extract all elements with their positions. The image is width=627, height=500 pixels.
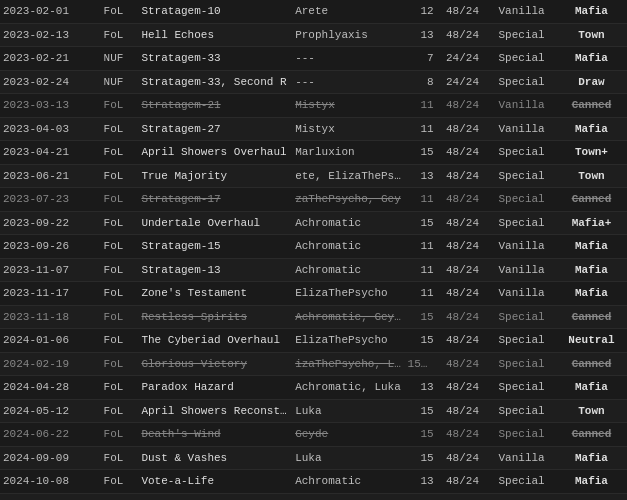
table-cell: 15 bbox=[405, 399, 438, 423]
table-cell: Death's Wind bbox=[138, 423, 292, 447]
table-cell: 2023-06-21 bbox=[0, 164, 101, 188]
table-cell: Achromatic bbox=[292, 211, 404, 235]
result-cell: Mafia bbox=[556, 47, 627, 71]
table-cell: --- bbox=[292, 70, 404, 94]
table-cell: 2023-11-07 bbox=[0, 258, 101, 282]
table-cell: Luka bbox=[292, 446, 404, 470]
result-cell: Mafia+ bbox=[556, 211, 627, 235]
table-cell: Luka bbox=[292, 493, 404, 500]
table-cell: 2024-05-12 bbox=[0, 399, 101, 423]
table-cell: ElizaThePsycho bbox=[292, 282, 404, 306]
table-cell: 48/24 bbox=[438, 141, 488, 165]
table-cell: FoL bbox=[101, 423, 139, 447]
table-cell: April Showers Reconstru bbox=[138, 399, 292, 423]
table-cell: Special bbox=[487, 23, 556, 47]
table-cell: Special bbox=[487, 376, 556, 400]
table-cell: Special bbox=[487, 164, 556, 188]
table-cell: 24/24 bbox=[438, 70, 488, 94]
table-cell: 48/24 bbox=[438, 94, 488, 118]
table-cell: 13 bbox=[405, 23, 438, 47]
games-table: 2023-02-01FoLStratagem-10Arete1248/24Van… bbox=[0, 0, 627, 500]
table-cell: Geyde bbox=[292, 423, 404, 447]
table-cell: 15 bbox=[405, 211, 438, 235]
table-cell: Mistyx bbox=[292, 117, 404, 141]
table-cell: 2024-09-09 bbox=[0, 446, 101, 470]
table-cell: 48/24 bbox=[438, 235, 488, 259]
table-cell: 2023-02-24 bbox=[0, 70, 101, 94]
table-cell: 48/24 bbox=[438, 305, 488, 329]
table-cell: Dust & Vashes bbox=[138, 446, 292, 470]
table-cell: 11 bbox=[405, 282, 438, 306]
table-cell: 15 bbox=[405, 446, 438, 470]
table-cell: 7 bbox=[405, 47, 438, 71]
table-cell: Arete bbox=[292, 0, 404, 23]
result-cell: Town bbox=[556, 399, 627, 423]
table-cell: Stratagem-33 bbox=[138, 47, 292, 71]
table-cell: 2023-09-22 bbox=[0, 211, 101, 235]
table-cell: 48/24 bbox=[438, 117, 488, 141]
table-cell: --- bbox=[292, 47, 404, 71]
table-cell: Special bbox=[487, 305, 556, 329]
table-cell: FoL bbox=[101, 493, 139, 500]
table-cell: 2024-04-28 bbox=[0, 376, 101, 400]
table-cell: 11 bbox=[405, 235, 438, 259]
table-cell: 15 bbox=[405, 141, 438, 165]
table-cell: 13 bbox=[405, 470, 438, 494]
table-cell: Stratagem-33, Second R bbox=[138, 70, 292, 94]
table-cell: 2023-07-23 bbox=[0, 188, 101, 212]
table-cell: 48/24 bbox=[438, 23, 488, 47]
result-cell: Canned bbox=[556, 94, 627, 118]
table-cell: 11 bbox=[405, 258, 438, 282]
table-cell: FoL bbox=[101, 446, 139, 470]
table-cell: NUF bbox=[101, 70, 139, 94]
table-cell: Zone's Testament bbox=[138, 282, 292, 306]
table-cell: 15 | 1 bbox=[405, 352, 438, 376]
table-cell: 48/24 bbox=[438, 188, 488, 212]
result-cell: Draw bbox=[556, 70, 627, 94]
table-cell: FoL bbox=[101, 23, 139, 47]
table-cell: 13 bbox=[405, 493, 438, 500]
table-cell: FoL bbox=[101, 94, 139, 118]
result-cell: Mafia bbox=[556, 258, 627, 282]
table-cell: April Showers Overhaul bbox=[138, 141, 292, 165]
table-cell: 2024-10-08 bbox=[0, 470, 101, 494]
table-cell: True Majority bbox=[138, 164, 292, 188]
table-cell: Marluxion bbox=[292, 141, 404, 165]
table-cell: 11 bbox=[405, 94, 438, 118]
table-cell: ElizaThePsycho bbox=[292, 329, 404, 353]
result-cell: Mafia bbox=[556, 470, 627, 494]
table-cell: 12 bbox=[405, 0, 438, 23]
table-cell: 48/24 bbox=[438, 258, 488, 282]
table-cell: 48/24 bbox=[438, 329, 488, 353]
result-cell: Town bbox=[556, 164, 627, 188]
table-cell: 48/24 bbox=[438, 282, 488, 306]
table-cell: Achromatic bbox=[292, 470, 404, 494]
result-cell: Neutral bbox=[556, 329, 627, 353]
table-cell: 48/24 bbox=[438, 423, 488, 447]
table-cell: 11 bbox=[405, 117, 438, 141]
table-cell: 2023-09-26 bbox=[0, 235, 101, 259]
table-cell: 15 bbox=[405, 423, 438, 447]
result-cell: Canned bbox=[556, 423, 627, 447]
table-cell: Achromatic, Luka bbox=[292, 376, 404, 400]
table-cell: FoL bbox=[101, 164, 139, 188]
table-cell: Restless Spirits bbox=[138, 305, 292, 329]
result-cell: Mafia bbox=[556, 493, 627, 500]
table-cell: FoL bbox=[101, 376, 139, 400]
table-cell: Special bbox=[487, 493, 556, 500]
table-cell: Stratagem-17 bbox=[138, 188, 292, 212]
result-cell: Canned bbox=[556, 305, 627, 329]
table-cell: Luka bbox=[292, 399, 404, 423]
table-cell: Achromatic, Geyde bbox=[292, 305, 404, 329]
table-cell: Stratagem-27 bbox=[138, 117, 292, 141]
table-cell: FoL bbox=[101, 235, 139, 259]
table-cell: Special bbox=[487, 399, 556, 423]
table-cell: 48/24 bbox=[438, 399, 488, 423]
table-cell: Special bbox=[487, 47, 556, 71]
result-cell: Town bbox=[556, 23, 627, 47]
table-cell: 48/24 bbox=[438, 211, 488, 235]
table-cell: 2024-12-27 bbox=[0, 493, 101, 500]
table-cell: 48/24 bbox=[438, 446, 488, 470]
main-table-container: 2023-02-01FoLStratagem-10Arete1248/24Van… bbox=[0, 0, 627, 500]
table-cell: Vote-a-Life bbox=[138, 470, 292, 494]
